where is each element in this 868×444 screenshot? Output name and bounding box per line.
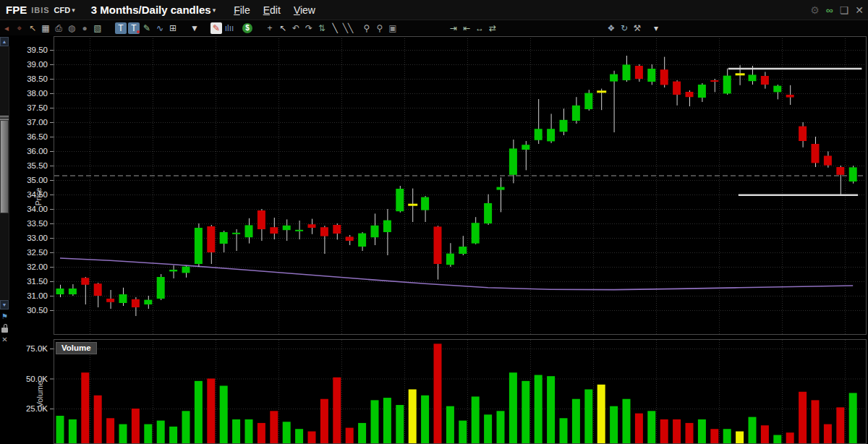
price-axis-title: Price [34, 182, 43, 211]
svg-text:31.50: 31.50 [27, 277, 48, 286]
sectype-dropdown[interactable]: CFD [54, 6, 71, 14]
menu-bar: File Edit View [227, 4, 322, 16]
chart-toolbar: ◂⌖↖▦⎙◍●▧TT✎∿⊞▼✎ılıı$+↖↶↷⇅╲╲╲⚲⚲▣⇥⇤↔⇄❖↻⚒▾ [0, 20, 868, 35]
chart-lines-icon[interactable]: ∿ [154, 22, 166, 34]
toolbar-spacer [644, 27, 650, 28]
scrollbar-thumb[interactable] [0, 120, 9, 213]
chart-canvas[interactable]: 39.5039.0038.5038.0037.5037.0036.5036.00… [0, 0, 868, 444]
maximize-icon[interactable]: ❏ [840, 4, 849, 16]
title-bar: FPE IBIS CFD ▾ 3 Months/Daily candles ▾ … [0, 0, 868, 20]
svg-text:33.00: 33.00 [27, 234, 48, 242]
scroll-up-arrow-icon[interactable]: ▲ [0, 37, 9, 46]
menu-file[interactable]: File [234, 4, 250, 16]
svg-text:36.50: 36.50 [27, 132, 48, 141]
menu-view[interactable]: View [294, 4, 315, 16]
volume-pane-badge: Volume [56, 342, 97, 354]
exchange-label: IBIS [31, 6, 49, 14]
volume-study-icon[interactable]: ılıı [224, 22, 235, 34]
settings-gear-icon[interactable]: ⚙ [810, 4, 820, 16]
toolbar-spacer [253, 27, 263, 28]
svg-text:31.00: 31.00 [27, 291, 48, 300]
moving-average-line [60, 258, 853, 290]
text-note-icon[interactable]: T [115, 22, 127, 34]
alert-dot-icon [137, 30, 140, 33]
export-chart-icon[interactable]: ◍ [66, 22, 77, 34]
chart-image-icon[interactable]: ▧ [92, 22, 103, 34]
tools-icon[interactable]: ⚒ [631, 22, 643, 34]
symbol-label: FPE [6, 4, 27, 16]
dropdown-triangle-icon[interactable]: ▼ [189, 22, 200, 34]
trendline-icon[interactable]: ╲ [329, 22, 341, 34]
toolbar-more-icon[interactable]: ▾ [650, 22, 662, 34]
chart-marker-icon[interactable]: ⚑ [0, 312, 9, 320]
link-group-icon[interactable]: ∞ [826, 4, 833, 16]
channel-lines-icon[interactable]: ╲╲ [342, 22, 354, 34]
grid-icon[interactable]: ▦ [40, 22, 51, 34]
toolbar-spacer [201, 27, 210, 28]
left-tool-strip: ▲ ▼ ⚑ ✕ [0, 35, 9, 444]
svg-text:35.50: 35.50 [27, 161, 48, 170]
undo-icon[interactable]: ↶ [290, 22, 302, 34]
svg-text:30.50: 30.50 [27, 306, 48, 315]
zoom-out-icon[interactable]: ⚲ [374, 22, 386, 34]
print-icon[interactable]: ⎙ [53, 22, 64, 34]
collapse-left-icon[interactable]: ◂ [1, 22, 12, 34]
volume-bars-layer [56, 343, 857, 443]
scale-bars-icon[interactable]: ⇅ [316, 22, 328, 34]
price-axis: 39.5039.0038.5038.0037.5037.0036.5036.00… [26, 46, 54, 413]
toolbar-spacer [354, 27, 360, 28]
text-alarm-icon[interactable]: T [128, 22, 140, 34]
chart-edit-icon[interactable]: ✎ [141, 22, 153, 34]
remove-study-icon[interactable]: ✕ [0, 336, 9, 343]
svg-text:33.50: 33.50 [27, 219, 48, 228]
reload-icon[interactable]: ↻ [618, 22, 630, 34]
dollar-icon[interactable]: $ [242, 23, 252, 33]
menu-edit[interactable]: Edit [263, 4, 281, 16]
zoom-in-icon[interactable]: ⚲ [361, 22, 373, 34]
svg-text:32.00: 32.00 [27, 262, 48, 271]
palette-icon[interactable]: ❖ [605, 22, 617, 34]
trading-chart-window: 39.5039.0038.5038.0037.5037.0036.5036.00… [0, 0, 868, 444]
sphere-icon[interactable]: ● [79, 22, 90, 34]
svg-text:32.50: 32.50 [27, 248, 48, 257]
select-cursor-icon[interactable]: ↖ [277, 22, 289, 34]
svg-text:38.50: 38.50 [27, 74, 48, 83]
toolbar-spacer [399, 27, 447, 28]
sectype-caret-icon[interactable]: ▾ [72, 7, 75, 14]
bar-shift-right-icon[interactable]: ⇥ [448, 22, 459, 34]
volume-axis-title: Volume [35, 376, 44, 412]
toolbar-spacer [104, 27, 114, 28]
svg-text:37.00: 37.00 [27, 118, 48, 127]
svg-text:39.50: 39.50 [27, 46, 48, 54]
redo-icon[interactable]: ↷ [303, 22, 315, 34]
titlebar-right-icons: ⚙ ∞ ❏ ✕ [804, 0, 864, 20]
bar-compress-icon[interactable]: ⇄ [487, 22, 498, 34]
pen-icon[interactable]: ✎ [210, 22, 222, 34]
toolbar-spacer [236, 27, 242, 28]
bar-shift-left-icon[interactable]: ⇤ [461, 22, 472, 34]
toolbar-spacer [179, 27, 188, 28]
grid-layer [54, 36, 866, 444]
svg-text:36.00: 36.00 [27, 147, 48, 155]
screenshot-target-icon[interactable]: ⌖ [14, 22, 25, 34]
svg-text:39.00: 39.00 [27, 60, 48, 69]
svg-text:37.50: 37.50 [27, 103, 48, 112]
timeframe-dropdown[interactable]: 3 Months/Daily candles [91, 4, 211, 16]
candles-layer [56, 56, 857, 316]
bar-expand-icon[interactable]: ↔ [474, 22, 485, 34]
timeframe-caret-icon[interactable]: ▾ [213, 7, 216, 14]
layout-icon[interactable]: ⊞ [167, 22, 179, 34]
cursor-icon[interactable]: ↖ [27, 22, 38, 34]
close-window-icon[interactable]: ✕ [855, 4, 864, 16]
svg-text:38.00: 38.00 [27, 89, 48, 98]
scroll-down-arrow-icon[interactable]: ▼ [0, 300, 9, 309]
svg-text:75.0K: 75.0K [26, 344, 48, 353]
unlock-icon[interactable] [1, 328, 8, 333]
zoom-region-icon[interactable]: ▣ [387, 22, 399, 34]
toolbar-spacer [499, 27, 605, 28]
price-pane-border [54, 37, 867, 335]
crosshair-icon[interactable]: + [264, 22, 276, 34]
